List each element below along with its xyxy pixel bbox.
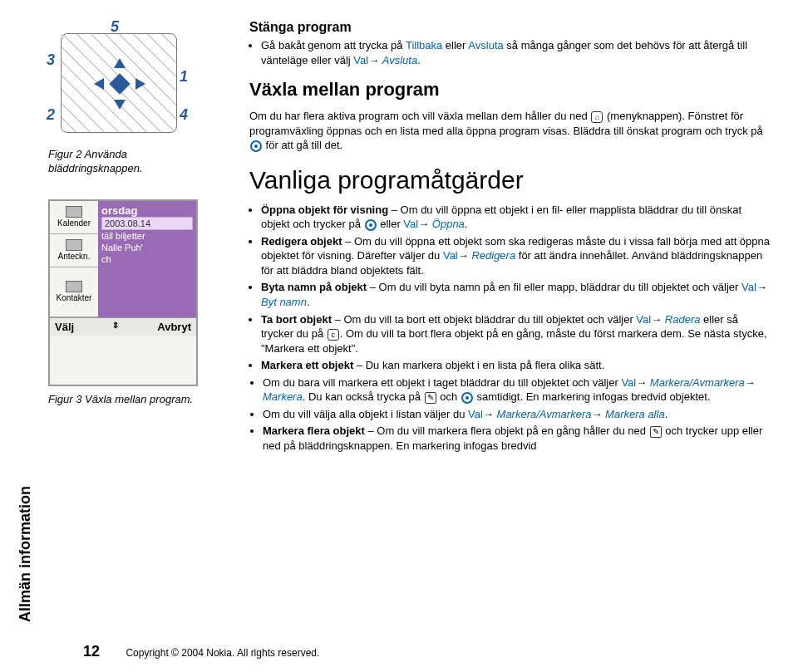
clear-key-icon: c [328, 329, 339, 341]
main-content: Stänga program Gå bakåt genom att trycka… [233, 17, 773, 630]
t: . [417, 54, 421, 66]
left-column: 1 2 3 4 5 Figur 2 Använda bläddringsknap… [42, 17, 233, 630]
edit-bullet: Redigera objekt – Om du vill öppna ett o… [261, 234, 773, 278]
fig3-main: orsdag 2003.08.14 täll biljetter Nalle P… [98, 201, 196, 317]
fig2-label-2: 2 [47, 106, 55, 124]
t: eller [377, 218, 404, 230]
fig3-softkey-right: Avbryt [157, 321, 191, 333]
t: Gå bakåt genom att trycka på [261, 39, 406, 52]
mark-single-bullet: Om du bara vill markera ett objekt i tag… [263, 375, 773, 405]
mark1-label: Markera ett objekt [261, 359, 353, 371]
edit-label: Redigera objekt [261, 235, 342, 248]
t: – Du kan markera objekt i en lista på fl… [353, 359, 604, 371]
t: – Om du vill byta namn på en fil eller m… [367, 281, 741, 293]
arrow: → [651, 313, 665, 326]
menu-key-icon: ⌂ [591, 111, 603, 123]
val-link: Val [443, 249, 458, 262]
mark-multi-bullet: Markera flera objekt – Om du vill marker… [263, 424, 773, 453]
nav-button-icon [365, 219, 377, 231]
val-link: Val [468, 408, 483, 420]
open-label: Öppna objekt för visning [261, 204, 388, 216]
open-bullet: Öppna objekt för visning – Om du vill öp… [261, 203, 773, 232]
fig3-softkey-mid: ⇕ [112, 321, 119, 333]
t: – Om du vill markera flera objekt på en … [365, 424, 649, 437]
arrow: → [636, 376, 650, 389]
figure-2-caption: Figur 2 Använda bläddringsknappen. [48, 148, 220, 176]
t: . [465, 218, 468, 230]
mark-one-bullet: Markera ett objekt – Du kan markera obje… [261, 358, 773, 373]
footer: 12 Copyright © 2004 Nokia. All rights re… [83, 643, 319, 660]
redigera-link: Redigera [471, 249, 515, 262]
t: samtidigt. En markering infogas bredvid … [474, 390, 711, 403]
markav-link: Markera/Avmarkera [497, 408, 592, 420]
fig3-kontakter: Kontakter [50, 267, 98, 317]
fig3-kontakter-label: Kontakter [57, 293, 92, 302]
markera-link: Markera [263, 390, 303, 403]
arrow: → [458, 249, 472, 262]
fig3-header: orsdag [101, 204, 193, 217]
delete-label: Ta bort objekt [261, 313, 332, 326]
dpad-illustration [61, 33, 177, 133]
fig2-label-5: 5 [111, 18, 119, 36]
val-link: Val [353, 54, 368, 66]
arrow: → [745, 376, 756, 389]
copyright: Copyright © 2004 Nokia. All rights reser… [126, 647, 319, 659]
avsluta2-link: Avsluta [382, 54, 417, 66]
val-link: Val [403, 218, 418, 230]
common-heading: Vanliga programåtgärder [249, 166, 773, 194]
rename-bullet: Byta namn på objekt – Om du vill byta na… [261, 280, 773, 309]
val-link: Val [636, 313, 651, 326]
page-number: 12 [83, 643, 100, 660]
figure-3: Kalender Anteckn. Kontakter orsdag 2003.… [48, 199, 198, 386]
arrow: → [756, 281, 767, 293]
nav-button-icon [250, 140, 262, 152]
t: eller [442, 39, 468, 52]
fig3-row1: täll biljetter [101, 230, 193, 242]
fig3-anteckn-label: Anteckn. [58, 252, 91, 261]
fig3-row2: Nalle Puh' [101, 242, 193, 253]
nav-button-icon [461, 392, 473, 404]
mark-all-bullet: Om du vill välja alla objekt i listan vä… [263, 407, 773, 422]
fig2-label-1: 1 [180, 68, 188, 86]
t: – Om du vill ta bort ett objekt bläddrar… [332, 313, 636, 326]
fig3-kalender-label: Kalender [57, 218, 91, 228]
fig2-label-3: 3 [47, 52, 55, 69]
fig3-anteckn: Anteckn. [50, 234, 98, 267]
pencil-key-icon: ✎ [425, 392, 436, 404]
switch-paragraph: Om du har flera aktiva program och vill … [249, 109, 773, 153]
oppna-link: Öppna [432, 218, 465, 230]
arrow: → [368, 54, 382, 66]
arrow: → [418, 218, 432, 230]
val-link: Val [741, 281, 756, 293]
t: Om du vill välja alla objekt i listan vä… [263, 408, 468, 420]
tillbaka-link: Tillbaka [406, 39, 442, 52]
fig3-kalender: Kalender [50, 201, 98, 234]
markalla-link: Markera alla [605, 408, 665, 420]
close-program-heading: Stänga program [249, 20, 773, 35]
t: Om du bara vill markera ett objekt i tag… [263, 376, 621, 389]
bytnamn-link: Byt namn [261, 296, 307, 308]
val-link: Val [621, 376, 636, 389]
figure-2: 1 2 3 4 5 [48, 25, 190, 141]
figure-3-caption: Figur 3 Växla mellan program. [48, 393, 220, 407]
fig3-row3: ch [101, 253, 193, 265]
pencil-key-icon: ✎ [650, 426, 662, 438]
rename-label: Byta namn på objekt [261, 281, 367, 293]
t: och [437, 390, 461, 403]
t: Om du har flera aktiva program och vill … [249, 110, 590, 122]
delete-bullet: Ta bort objekt – Om du vill ta bort ett … [261, 312, 773, 356]
avsluta-link: Avsluta [468, 39, 503, 52]
switch-heading: Växla mellan program [249, 79, 773, 101]
mark4-label: Markera flera objekt [263, 424, 365, 437]
t: för att gå till det. [263, 139, 342, 151]
radera-link: Radera [665, 313, 701, 326]
t: . Du kan också trycka på [303, 390, 424, 403]
fig3-softkey-left: Välj [55, 321, 74, 333]
markav-link: Markera/Avmarkera [650, 376, 745, 389]
section-label: Allmän information [17, 17, 42, 630]
t: . [307, 296, 310, 308]
t: . [665, 408, 668, 420]
fig2-label-4: 4 [180, 106, 188, 124]
fig3-date: 2003.08.14 [101, 217, 193, 230]
arrow: → [483, 408, 497, 420]
